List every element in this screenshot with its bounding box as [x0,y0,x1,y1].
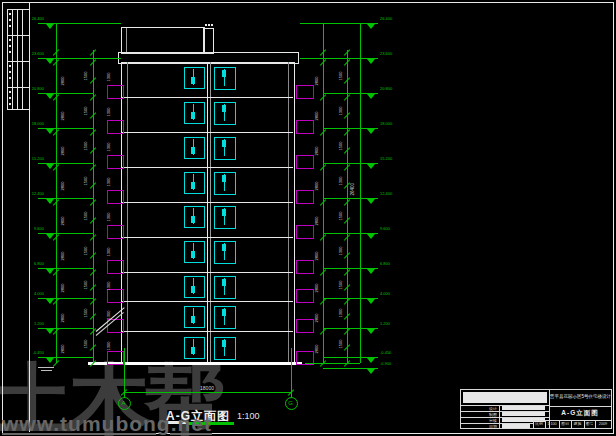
axis-bubble-letter: A [118,400,129,406]
level-label: 23.600 [20,52,44,56]
schedule-vline [29,9,30,109]
dim-text: 1300 [339,102,343,120]
schedule-hline [7,109,29,110]
dim-text: 1500 [84,67,88,85]
window-sash [222,340,226,347]
floor-line [121,97,293,98]
dim-chain-line [360,23,361,363]
level-label: 6.800 [20,262,44,266]
dim-text: 1500 [84,242,88,260]
level-marker-triangle [46,94,54,99]
tb-meta-cell: 图号 [585,423,594,427]
level-marker-triangle [46,299,54,304]
level-marker-triangle [46,164,54,169]
window-sash [191,347,195,354]
tb-row-label: 日期 [465,425,497,429]
schedule-text-mark [9,39,11,41]
dim-text: 2800 [61,309,65,327]
schedule-text-mark [9,45,11,47]
floor-line [121,331,293,332]
level-label: 6.800 [380,262,406,266]
level-marker-triangle [46,234,54,239]
window-sash [222,279,226,286]
ground-leader [305,363,360,364]
dim-text: 1500 [84,207,88,225]
window-sash [222,244,226,251]
dim-text: 1300 [339,172,343,190]
tb-meta-cell: 比例 [534,423,544,427]
floor-line [121,132,293,133]
window-sash [191,77,195,84]
level-label: -0.450 [380,351,406,355]
watermark-url: www.tumubong.net [2,412,212,436]
dim-text: 1300 [107,277,111,295]
floor-line [121,272,293,273]
level-label: 1.200 [380,322,406,326]
roof-tick [208,24,210,26]
balcony-box-right [296,319,314,333]
balcony-box-right [296,155,314,169]
dim-chain-line [323,23,324,363]
dim-text: 1500 [339,137,343,155]
roof-penthouse-inner-line [126,28,127,52]
balcony-box-right [296,289,314,303]
dim-text: 2800 [61,212,65,230]
floor-line [121,167,293,168]
tb-row-label: 制图 [465,413,497,417]
dim-text: 1300 [107,243,111,261]
dim-text: 1300 [107,208,111,226]
dim-text: 1300 [107,173,111,191]
level-marker-triangle [367,164,375,169]
window-sash [222,309,226,316]
window-sash [191,286,195,293]
entrance-step [41,370,52,371]
building-outline [121,62,295,365]
elevation-scale: 1:100 [237,411,260,421]
dim-text: 1500 [84,276,88,294]
dim-text: 2800 [315,340,319,358]
window-sash [222,140,226,147]
level-label: 9.600 [20,227,44,231]
level-label: 20.800 [380,87,406,91]
level-label: -0.900 [380,362,406,366]
level-label: 15.200 [380,157,406,161]
level-marker-triangle [367,329,375,334]
level-label: 18.000 [20,122,44,126]
dim-text: 1300 [339,304,343,322]
dim-text: 2800 [61,247,65,265]
balcony-box-left [107,155,124,169]
level-marker-triangle [367,358,375,363]
width-dim-line [124,392,291,393]
level-label: 1.200 [20,322,44,326]
building-center-line-1 [207,62,208,363]
balcony-box-right [296,260,314,274]
level-marker-triangle [46,269,54,274]
level-label: 12.400 [380,192,406,196]
floor-line [121,202,293,203]
schedule-text-mark [9,65,11,67]
dim-text: 2800 [61,340,65,358]
dim-text: 2800 [315,309,319,327]
schedule-vline [12,9,13,109]
roof-penthouse [121,27,205,54]
dim-text: 2800 [61,142,65,160]
floor-line [121,301,293,302]
level-label: 12.400 [20,192,44,196]
tb-vline [499,405,500,428]
dim-text: 1500 [84,137,88,155]
dim-text: 1300 [107,138,111,156]
dim-text: 2800 [315,177,319,195]
level-marker-triangle [46,59,54,64]
level-label: 4.000 [380,292,406,296]
title-block-logo [463,392,547,403]
tb-meta-cell: 图别 [560,423,570,427]
level-marker-triangle [367,94,375,99]
level-label: 23.600 [380,52,406,56]
project-title: 晋平县花园小区5号住宅楼设计 [550,395,610,400]
tb-meta-cell: 2009 [596,423,610,427]
level-marker-triangle [46,329,54,334]
level-label: 4.000 [20,292,44,296]
balcony-box-right [296,225,314,239]
dim-text: 1300 [107,68,111,86]
drawing-name: A-G立面图 [550,410,610,417]
